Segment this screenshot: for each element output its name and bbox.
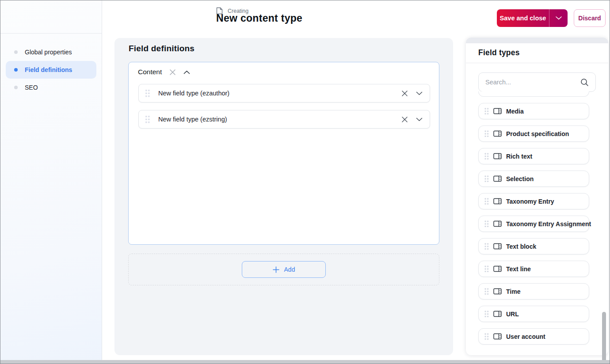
chevron-down-icon xyxy=(556,16,562,20)
field-type-icon xyxy=(493,153,502,159)
field-type-icon xyxy=(493,288,502,295)
field-type-icon xyxy=(493,130,502,137)
field-remove-button[interactable] xyxy=(401,116,408,123)
field-type-icon xyxy=(493,175,502,182)
drag-handle-icon[interactable] xyxy=(484,311,489,318)
panel-scrollbar-thumb[interactable] xyxy=(602,312,606,364)
page-title: New content type xyxy=(216,12,302,24)
field-type-item[interactable]: Taxonomy Entry Assignment xyxy=(478,216,589,232)
field-expand-button[interactable] xyxy=(416,91,423,95)
field-type-label: Taxonomy Entry xyxy=(506,198,554,205)
drag-handle-icon[interactable] xyxy=(484,288,489,295)
field-types-list: Media xyxy=(478,91,589,351)
section-title: Field definitions xyxy=(129,44,194,53)
group-header: Content xyxy=(129,62,439,76)
drag-handle-icon[interactable] xyxy=(484,265,489,273)
chevron-down-icon xyxy=(416,118,423,121)
field-type-label: Rich text xyxy=(506,153,532,160)
sidebar-divider xyxy=(0,33,102,34)
field-types-title: Field types xyxy=(466,43,608,63)
field-definition-row[interactable]: New field type (ezauthor) xyxy=(138,84,430,102)
save-and-close-button[interactable]: Save and close xyxy=(497,9,568,27)
field-type-item[interactable]: Taxonomy Entry xyxy=(478,193,589,209)
drag-handle-icon[interactable] xyxy=(145,115,150,124)
nav-item-label: SEO xyxy=(25,84,38,91)
drag-handle-icon[interactable] xyxy=(484,153,489,160)
chevron-up-icon xyxy=(183,70,190,74)
group-collapse-button[interactable] xyxy=(183,70,190,74)
field-type-item[interactable]: Text block xyxy=(478,238,589,254)
drag-handle-icon[interactable] xyxy=(484,220,489,228)
field-type-item[interactable]: Product specification xyxy=(478,125,589,142)
field-type-label: Text line xyxy=(506,265,531,273)
field-definition-label: New field type (ezauthor) xyxy=(158,90,229,97)
sidebar-nav-item[interactable]: SEO xyxy=(6,79,96,96)
field-type-label: User account xyxy=(506,333,545,340)
nav-bullet-icon xyxy=(14,68,18,72)
field-type-icon xyxy=(493,108,502,114)
group-title: Content xyxy=(138,68,162,76)
field-type-label: Time xyxy=(506,288,520,295)
field-definitions-section: Field definitions Content xyxy=(114,38,453,355)
drag-handle-icon[interactable] xyxy=(484,243,489,250)
field-type-item[interactable]: Time xyxy=(478,283,589,300)
field-type-icon xyxy=(493,311,502,317)
field-type-label: Product specification xyxy=(506,130,569,137)
add-field-button[interactable]: Add xyxy=(242,261,326,278)
field-type-item[interactable]: Selection xyxy=(478,171,589,187)
drag-handle-icon[interactable] xyxy=(145,89,150,98)
field-type-icon xyxy=(493,333,502,340)
save-options-caret[interactable] xyxy=(549,9,568,27)
panel-scrollbar-track[interactable] xyxy=(602,80,607,354)
field-type-label: Taxonomy Entry Assignment xyxy=(506,220,591,228)
discard-button[interactable]: Discard xyxy=(574,9,606,27)
anchor-navigation: Global properties Field definitions SEO xyxy=(0,43,102,96)
nav-item-label: Field definitions xyxy=(25,66,72,73)
field-definition-row[interactable]: New field type (ezstring) xyxy=(138,110,430,129)
page-header: Creating New content type Save and close… xyxy=(102,0,610,38)
field-definition-rows: New field type (ezauthor) xyxy=(138,84,430,136)
save-and-close-label: Save and close xyxy=(497,9,549,27)
panel-top-strip xyxy=(466,38,608,43)
group-remove-button[interactable] xyxy=(169,69,176,76)
drag-handle-icon[interactable] xyxy=(484,175,489,182)
bottom-scroll-strip xyxy=(0,360,610,364)
drag-handle-icon[interactable] xyxy=(484,198,489,205)
field-types-panel: Field types xyxy=(466,38,608,355)
field-type-item[interactable]: URL xyxy=(478,306,589,322)
drag-handle-icon[interactable] xyxy=(484,130,489,137)
field-type-label: Media xyxy=(506,108,524,115)
field-remove-button[interactable] xyxy=(401,90,408,97)
drag-handle-icon[interactable] xyxy=(484,333,489,340)
add-button-label: Add xyxy=(284,266,295,273)
partial-list-item[interactable] xyxy=(478,91,589,97)
nav-bullet-icon xyxy=(14,50,18,54)
search-box xyxy=(478,72,596,92)
field-type-icon xyxy=(493,265,502,272)
search-input[interactable] xyxy=(485,79,580,86)
field-type-item[interactable]: Media xyxy=(478,103,589,119)
drag-handle-icon[interactable] xyxy=(484,108,489,115)
nav-item-label: Global properties xyxy=(25,49,72,56)
field-type-label: Selection xyxy=(506,175,534,182)
field-type-item[interactable]: Text line xyxy=(478,261,589,277)
close-icon xyxy=(169,69,176,76)
sidebar-nav-item[interactable]: Global properties xyxy=(6,43,96,61)
app-window: Creating New content type Save and close… xyxy=(0,0,610,364)
field-type-icon xyxy=(493,220,502,227)
add-drop-zone: Add xyxy=(128,254,439,285)
sidebar-nav-item[interactable]: Field definitions xyxy=(6,61,96,79)
field-type-item[interactable]: User account xyxy=(478,328,589,345)
field-type-item[interactable]: Rich text xyxy=(478,148,589,164)
field-expand-button[interactable] xyxy=(416,118,423,121)
field-type-icon xyxy=(493,198,502,205)
content-field-group: Content xyxy=(128,62,439,245)
field-definition-label: New field type (ezstring) xyxy=(158,116,227,123)
search-icon xyxy=(580,78,589,87)
close-icon xyxy=(401,90,408,97)
field-type-label: URL xyxy=(506,311,519,318)
plus-icon xyxy=(273,266,279,273)
field-type-icon xyxy=(493,243,502,250)
field-type-label: Text block xyxy=(506,243,536,250)
chevron-down-icon xyxy=(416,91,423,95)
